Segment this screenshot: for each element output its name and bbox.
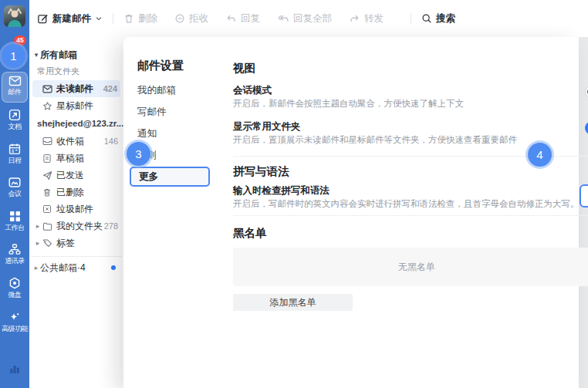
- rail-stats-icon-item[interactable]: [0, 363, 29, 374]
- mail-settings-modal: 邮件设置 我的邮箱 写邮件 通知 规则 更多 3 × 视图 会话模式 开启后，新…: [123, 37, 579, 388]
- folder-all-mailboxes[interactable]: ▾ 所有邮箱: [29, 46, 123, 63]
- setting-desc: 开启后，写邮件时的英文内容会实时进行拼写和语法检查，且首字母会自动修正为大写。: [233, 198, 580, 209]
- reject-label: 拒收: [189, 12, 208, 25]
- sidebar-item-advanced[interactable]: 高级功能: [0, 311, 29, 332]
- folder-panel: ▾ 所有邮箱 常用文件夹 未读邮件 424 星标邮件 shejhejeed@12…: [29, 37, 123, 388]
- folder-label: 所有邮箱: [40, 49, 77, 62]
- tag-icon: [42, 238, 52, 248]
- workbench-grid-icon: [9, 211, 21, 222]
- delete-label: 删除: [138, 12, 157, 25]
- compose-button[interactable]: 新建邮件: [37, 12, 103, 25]
- folder-unread-selected[interactable]: 未读邮件 424: [32, 80, 120, 97]
- account-address[interactable]: shejhejeed@123.zr...: [29, 114, 123, 133]
- chevron-down-icon: [95, 15, 103, 22]
- folder-sent[interactable]: 已发送: [29, 167, 123, 184]
- folder-junk[interactable]: 垃圾邮件: [29, 201, 123, 218]
- annotation-step-4: 4: [528, 143, 552, 167]
- forward-icon: [349, 13, 360, 24]
- sidebar-item-drive[interactable]: 微盘: [0, 277, 29, 299]
- compose-icon: [37, 13, 49, 25]
- sidebar-item-mail[interactable]: 邮件: [0, 76, 29, 96]
- settings-content: × 视图 会话模式 开启后，新邮件会按照主题自动聚合，方便快速了解上下文 显示常…: [216, 37, 588, 388]
- folder-deleted[interactable]: 已删除: [29, 184, 123, 201]
- toolbar-divider: [411, 13, 411, 24]
- folder-inbox[interactable]: 收件箱 146: [29, 133, 123, 150]
- forward-label: 转发: [364, 12, 384, 25]
- add-blacklist-button[interactable]: 添加黑名单: [233, 294, 353, 311]
- drive-icon: [8, 277, 21, 289]
- calendar-icon: [8, 143, 21, 155]
- section-title-blacklist: 黑名单: [233, 226, 588, 240]
- reply-all-label: 回复全部: [293, 12, 332, 25]
- setting-row-common-folders: 显示常用文件夹 开启后，置顶展示未读邮件和星标邮件等文件夹，方便快速查看重要邮件: [233, 120, 588, 145]
- folder-public-mailboxes[interactable]: ▸ 公共邮箱·4: [29, 259, 123, 276]
- conversation-mode-toggle[interactable]: [585, 86, 588, 98]
- notification-dot: [111, 265, 116, 270]
- reply-button[interactable]: 回复: [225, 12, 260, 25]
- sidebar-item-workbench[interactable]: 工作台: [0, 211, 29, 231]
- draft-icon: [42, 154, 52, 164]
- trash-icon: [42, 187, 52, 197]
- avatar[interactable]: [4, 5, 25, 27]
- reply-all-button[interactable]: 回复全部: [277, 12, 332, 25]
- sidebar-item-meeting[interactable]: 会议: [0, 177, 29, 197]
- setting-desc: 开启后，新邮件会按照主题自动聚合，方便快速了解上下文: [233, 98, 585, 109]
- star-icon: [42, 101, 52, 111]
- sidebar-item-calendar[interactable]: 日程: [0, 143, 29, 164]
- contacts-org-icon: [8, 244, 21, 255]
- settings-menu-title: 邮件设置: [137, 58, 216, 73]
- setting-title: 会话模式: [233, 84, 585, 96]
- avatar-person-icon: [4, 5, 25, 27]
- folder-tags[interactable]: ▸ 标签: [29, 234, 123, 251]
- mail-icon: [8, 76, 22, 86]
- folder-icon: [42, 222, 52, 231]
- settings-menu-item-compose[interactable]: 写邮件: [123, 101, 216, 123]
- reject-button[interactable]: 拒收: [174, 12, 208, 25]
- reply-label: 回复: [241, 12, 260, 25]
- caret-right-icon: ▸: [34, 222, 42, 230]
- reply-icon: [225, 13, 237, 24]
- spellcheck-toggle-highlight-box: [580, 184, 588, 207]
- sidebar-item-contacts[interactable]: 通讯录: [0, 244, 29, 265]
- settings-menu-item-my-mailbox[interactable]: 我的邮箱: [123, 79, 216, 101]
- block-icon: [174, 13, 185, 24]
- stats-bars-icon: [8, 363, 21, 374]
- meeting-icon: [8, 177, 21, 188]
- toolbar-divider: [113, 13, 113, 24]
- search-button[interactable]: 搜索: [421, 12, 455, 25]
- section-title-view: 视图: [233, 61, 588, 75]
- envelope-icon: [42, 85, 52, 93]
- folder-label: 收件箱: [56, 135, 84, 148]
- folder-label: 垃圾邮件: [56, 203, 93, 216]
- caret-right-icon: ▸: [32, 264, 40, 272]
- folder-label: 我的文件夹: [56, 220, 103, 233]
- setting-title: 输入时检查拼写和语法: [233, 184, 580, 197]
- folder-label: 未读邮件: [56, 83, 93, 96]
- setting-title: 显示常用文件夹: [233, 120, 585, 133]
- folder-count: 424: [103, 84, 120, 93]
- common-folders-group-label: 常用文件夹: [29, 63, 123, 79]
- reply-all-icon: [277, 13, 289, 24]
- forward-button[interactable]: 转发: [349, 12, 384, 25]
- common-folders-toggle[interactable]: [585, 122, 588, 134]
- search-label: 搜索: [436, 12, 455, 25]
- doc-share-icon: [8, 109, 21, 121]
- folder-label: 已发送: [56, 169, 84, 182]
- caret-right-icon: ▸: [34, 239, 42, 247]
- compose-label: 新建邮件: [52, 12, 91, 25]
- annotation-step-1: 1: [2, 44, 25, 68]
- folder-label: 公共邮箱·4: [40, 261, 86, 275]
- folder-label: 星标邮件: [56, 100, 93, 113]
- junk-icon: [42, 204, 52, 214]
- settings-menu-item-more-selected[interactable]: 更多: [130, 167, 210, 187]
- sidebar-item-docs[interactable]: 文档: [0, 109, 29, 130]
- settings-menu: 邮件设置 我的邮箱 写邮件 通知 规则 更多 3: [123, 37, 216, 388]
- delete-button[interactable]: 删除: [123, 12, 157, 25]
- advanced-sparkle-icon: [8, 311, 21, 323]
- mail-toolbar: 新建邮件 删除 拒收 回复 回复全部 转发 搜索: [29, 0, 588, 37]
- blacklist-empty-state: 无黑名单: [233, 248, 588, 286]
- settings-menu-item-notifications[interactable]: 通知: [123, 123, 216, 144]
- folder-drafts[interactable]: 草稿箱: [29, 150, 123, 167]
- folder-starred[interactable]: 星标邮件: [29, 97, 123, 114]
- folder-my-folders[interactable]: ▸ 我的文件夹 278: [29, 218, 123, 234]
